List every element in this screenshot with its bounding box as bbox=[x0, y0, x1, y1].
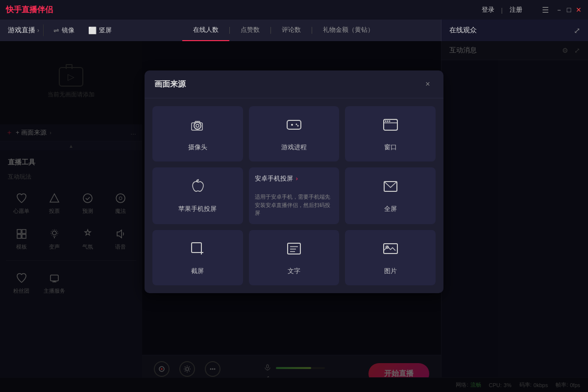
fullscreen-label: 全屏 bbox=[384, 205, 397, 213]
modal-header: 画面来源 × bbox=[145, 70, 443, 98]
window-buttons: － □ ✕ bbox=[556, 6, 582, 13]
camera-icon bbox=[189, 116, 206, 137]
source-image[interactable]: 图片 bbox=[345, 230, 436, 285]
nav-divider bbox=[43, 24, 44, 36]
title-bar: 快手直播伴侣 登录 | 注册 ☰ － □ ✕ bbox=[0, 0, 588, 20]
source-ios[interactable]: 苹果手机投屏 bbox=[152, 167, 243, 224]
login-button[interactable]: 登录 bbox=[482, 5, 494, 14]
mirror-label: 镜像 bbox=[62, 26, 74, 35]
modal-body: 摄像头 游戏进程 bbox=[145, 98, 443, 293]
tab-online[interactable]: 在线人数 bbox=[182, 20, 229, 41]
svg-rect-40 bbox=[288, 243, 300, 254]
game-label: 游戏进程 bbox=[281, 143, 307, 152]
svg-point-33 bbox=[385, 120, 386, 122]
android-desc: 适用于安卓手机，需要手机端先安装安卓直播伴侣，然后扫码投屏 bbox=[255, 193, 334, 217]
image-icon bbox=[382, 240, 399, 261]
online-audience-title: 在线观众 bbox=[449, 26, 477, 35]
text-label: 文字 bbox=[288, 267, 300, 276]
modal-overlay[interactable]: 画面来源 × 摄像头 bbox=[0, 41, 588, 392]
source-android[interactable]: 安卓手机投屏 › 适用于安卓手机，需要手机端先安装安卓直播伴侣，然后扫码投屏 bbox=[249, 167, 340, 224]
source-game[interactable]: 游戏进程 bbox=[249, 106, 340, 161]
svg-point-35 bbox=[389, 120, 390, 122]
modal-close-button[interactable]: × bbox=[422, 78, 434, 90]
game-icon bbox=[285, 116, 303, 137]
close-button[interactable]: ✕ bbox=[575, 6, 582, 13]
fullscreen-label: 竖屏 bbox=[99, 26, 112, 35]
android-title: 安卓手机投屏 bbox=[255, 174, 293, 183]
window-controls: 登录 | 注册 ☰ － □ ✕ bbox=[482, 5, 582, 15]
source-fullscreen[interactable]: 全屏 bbox=[345, 167, 436, 224]
nav-bar: 游戏直播 › ⇌ 镜像 ⬜ 竖屏 在线人数 点赞数 评论数 礼物金额（黄钻） 在… bbox=[0, 20, 588, 41]
tab-comments[interactable]: 评论数 bbox=[271, 20, 312, 41]
nav-arrow: › bbox=[37, 27, 39, 34]
game-label: 游戏直播 bbox=[8, 26, 35, 35]
app-title: 快手直播伴侣 bbox=[6, 5, 53, 15]
svg-point-24 bbox=[194, 122, 201, 129]
modal: 画面来源 × 摄像头 bbox=[145, 70, 443, 293]
separator: | bbox=[501, 6, 503, 14]
minimize-button[interactable]: － bbox=[556, 6, 563, 13]
nav-left: 游戏直播 › ⇌ 镜像 ⬜ 竖屏 bbox=[0, 20, 125, 41]
nav-right-icon[interactable]: ⤢ bbox=[574, 26, 580, 35]
svg-point-25 bbox=[196, 124, 199, 127]
camera-label: 摄像头 bbox=[188, 143, 207, 152]
android-header: 安卓手机投屏 › bbox=[255, 174, 298, 183]
menu-icon[interactable]: ☰ bbox=[542, 5, 549, 15]
text-icon bbox=[285, 240, 303, 261]
svg-rect-26 bbox=[287, 120, 301, 129]
ios-label: 苹果手机投屏 bbox=[178, 205, 217, 213]
modal-title: 画面来源 bbox=[154, 79, 186, 90]
android-arrow: › bbox=[296, 175, 298, 182]
image-label: 图片 bbox=[384, 267, 397, 276]
apple-icon bbox=[189, 178, 206, 199]
svg-point-30 bbox=[297, 125, 298, 127]
nav-tabs: 在线人数 点赞数 评论数 礼物金额（黄钻） bbox=[125, 20, 441, 41]
nav-right: 在线观众 ⤢ bbox=[441, 20, 588, 41]
source-crop[interactable]: 截屏 bbox=[152, 230, 243, 285]
svg-point-29 bbox=[295, 124, 297, 125]
window-icon bbox=[382, 116, 399, 137]
window-label: 窗口 bbox=[384, 143, 397, 152]
source-camera[interactable]: 摄像头 bbox=[152, 106, 243, 161]
fullscreen-button[interactable]: ⬜ 竖屏 bbox=[82, 23, 118, 38]
main-area: ▷ 当前无画面请添加 ＋ + 画面来源 › … ▲ 直播工具 互动玩法 bbox=[0, 41, 588, 392]
tab-likes[interactable]: 点赞数 bbox=[230, 20, 270, 41]
source-text[interactable]: 文字 bbox=[249, 230, 340, 285]
mirror-button[interactable]: ⇌ 镜像 bbox=[48, 23, 80, 38]
tab-gifts[interactable]: 礼物金额（黄钻） bbox=[312, 20, 385, 41]
source-window[interactable]: 窗口 bbox=[345, 106, 436, 161]
crop-icon bbox=[189, 240, 206, 261]
svg-rect-37 bbox=[192, 243, 201, 253]
fullscreen-icon bbox=[382, 178, 399, 199]
maximize-button[interactable]: □ bbox=[565, 6, 572, 13]
register-button[interactable]: 注册 bbox=[510, 5, 522, 14]
svg-point-34 bbox=[387, 120, 388, 122]
crop-label: 截屏 bbox=[191, 267, 204, 276]
